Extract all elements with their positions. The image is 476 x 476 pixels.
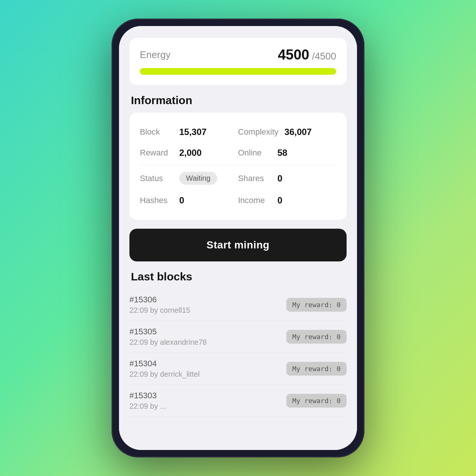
online-value: 58 — [277, 148, 287, 158]
hashes-cell: Hashes 0 — [140, 190, 238, 211]
reward-value: 2,000 — [179, 148, 202, 158]
shares-cell: Shares 0 — [238, 167, 336, 190]
last-blocks-title: Last blocks — [129, 270, 347, 283]
complexity-value: 36,007 — [284, 127, 312, 137]
reward-cell: Reward 2,000 — [140, 142, 238, 163]
complexity-cell: Complexity 36,007 — [238, 122, 336, 142]
reward-badge: My reward: 0 — [286, 298, 347, 312]
hashes-label: Hashes — [140, 196, 173, 205]
shares-value: 0 — [277, 173, 282, 184]
start-mining-wrapper: Start mining — [129, 229, 347, 261]
online-label: Online — [238, 148, 271, 158]
block-item: #15304 22:09 by derrick_littel My reward… — [129, 353, 347, 385]
reward-badge: My reward: 0 — [286, 394, 347, 408]
block-item: #15303 22:09 by ... My reward: 0 — [129, 385, 347, 417]
energy-card: Energy 4500 /4500 — [129, 38, 347, 85]
info-divider — [140, 165, 336, 165]
energy-max: /4500 — [309, 51, 336, 62]
reward-badge: My reward: 0 — [286, 330, 347, 344]
block-meta: 22:09 by ... — [129, 402, 166, 411]
info-card: Block 15,307 Complexity 36,007 Reward 2,… — [129, 113, 347, 220]
energy-current: 4500 — [278, 47, 309, 62]
hashes-value: 0 — [179, 195, 184, 206]
last-blocks-section: Last blocks #15306 22:09 by cornell15 My… — [129, 270, 347, 450]
info-grid: Block 15,307 Complexity 36,007 Reward 2,… — [140, 122, 336, 211]
shares-label: Shares — [238, 174, 271, 183]
block-number: #15306 — [129, 295, 190, 305]
energy-value-display: 4500 /4500 — [278, 47, 336, 63]
status-cell: Status Waiting — [140, 167, 238, 190]
reward-badge: My reward: 0 — [286, 362, 347, 376]
status-badge: Waiting — [179, 172, 217, 185]
energy-bar-fill — [140, 68, 336, 75]
status-label: Status — [140, 174, 173, 183]
block-number: #15304 — [129, 359, 200, 369]
phone-screen: Energy 4500 /4500 Information Block — [119, 26, 357, 450]
info-title: Information — [129, 94, 347, 107]
screen-content: Energy 4500 /4500 Information Block — [119, 26, 357, 450]
block-meta: 22:09 by cornell15 — [129, 306, 190, 315]
phone-frame: Energy 4500 /4500 Information Block — [112, 19, 364, 457]
energy-bar-background — [140, 68, 336, 75]
block-cell: Block 15,307 — [140, 122, 238, 142]
energy-label: Energy — [140, 49, 170, 61]
reward-label: Reward — [140, 148, 173, 158]
block-info: #15305 22:09 by alexandrine78 — [129, 327, 207, 347]
block-number: #15305 — [129, 327, 207, 337]
block-item: #15305 22:09 by alexandrine78 My reward:… — [129, 321, 347, 353]
block-label: Block — [140, 127, 173, 137]
block-info: #15303 22:09 by ... — [129, 391, 166, 411]
block-number: #15303 — [129, 391, 166, 401]
block-value: 15,307 — [179, 127, 206, 137]
income-cell: Income 0 — [238, 190, 336, 211]
block-info: #15304 22:09 by derrick_littel — [129, 359, 200, 379]
income-label: Income — [238, 196, 271, 205]
start-mining-button[interactable]: Start mining — [129, 229, 347, 261]
block-info: #15306 22:09 by cornell15 — [129, 295, 190, 315]
income-value: 0 — [277, 195, 282, 206]
complexity-label: Complexity — [238, 127, 279, 137]
block-meta: 22:09 by derrick_littel — [129, 370, 200, 379]
online-cell: Online 58 — [238, 142, 336, 163]
block-item: #15306 22:09 by cornell15 My reward: 0 — [129, 289, 347, 321]
info-section: Information Block 15,307 Complexity 36,0… — [129, 94, 347, 220]
block-meta: 22:09 by alexandrine78 — [129, 338, 207, 347]
